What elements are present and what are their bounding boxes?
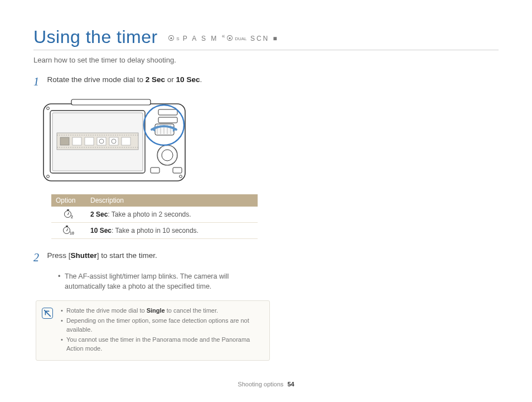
svg-rect-12 <box>109 137 118 145</box>
page-footer: Shooting options 54 <box>0 381 532 387</box>
step-number: 1 <box>33 75 45 88</box>
table-header-option: Option <box>51 194 86 207</box>
intro-text: Learn how to set the timer to delay shoo… <box>33 56 499 64</box>
options-table: Option Description 2 2 Sec: Take a photo… <box>51 194 258 239</box>
camera-s-icon: ⦿S <box>168 35 179 42</box>
note-box: Rotate the drive mode dial to Single to … <box>36 300 270 361</box>
timer-2s-icon: 2 <box>51 207 86 223</box>
content-column: 1 Rotate the drive mode dial to 2 Sec or… <box>33 75 279 361</box>
svg-point-16 <box>162 150 173 161</box>
timer-10s-icon: 10 <box>51 223 86 239</box>
list-item: Depending on the timer option, some face… <box>61 317 263 334</box>
mode-indicators: ⦿S P A S M «⦿DUAL SCN ■ <box>168 33 279 42</box>
list-item: The AF-assist light/timer lamp blinks. T… <box>58 272 259 291</box>
list-item: You cannot use the timer in the Panorama… <box>61 336 263 353</box>
step-2-bullets: The AF-assist light/timer lamp blinks. T… <box>58 272 279 291</box>
svg-rect-19 <box>173 168 182 173</box>
camera-illustration <box>40 96 279 188</box>
list-item: Rotate the drive mode dial to Single to … <box>61 307 263 315</box>
table-cell: 2 Sec: Take a photo in 2 seconds. <box>86 207 258 223</box>
table-cell: 10 Sec: Take a photo in 10 seconds. <box>86 223 258 239</box>
svg-point-32 <box>47 175 50 178</box>
svg-rect-14 <box>122 137 130 145</box>
title-divider <box>33 50 499 50</box>
svg-rect-9 <box>85 137 94 145</box>
svg-rect-8 <box>72 137 81 145</box>
page-number: 54 <box>287 381 294 387</box>
svg-point-33 <box>180 175 182 178</box>
table-row: 10 10 Sec: Take a photo in 10 seconds. <box>51 223 258 239</box>
step-text: Rotate the drive mode dial to 2 Sec or 1… <box>47 75 202 84</box>
dual-icon: «⦿DUAL <box>222 35 247 42</box>
svg-rect-18 <box>151 168 159 173</box>
svg-rect-20 <box>158 109 177 115</box>
svg-rect-10 <box>97 137 106 145</box>
step-text: Press [Shutter] to start the timer. <box>47 251 157 260</box>
svg-rect-1 <box>71 99 151 105</box>
footer-section: Shooting options <box>238 381 283 387</box>
step-2: 2 Press [Shutter] to start the timer. <box>33 251 279 264</box>
table-header-description: Description <box>86 194 258 207</box>
svg-rect-21 <box>158 117 177 123</box>
step-number: 2 <box>33 251 45 264</box>
page-title: Using the timer <box>33 27 158 47</box>
note-icon <box>42 308 53 319</box>
scn-label: SCN <box>250 35 269 42</box>
step-1: 1 Rotate the drive mode dial to 2 Sec or… <box>33 75 279 88</box>
movie-icon: ■ <box>273 35 279 42</box>
svg-point-31 <box>47 107 50 110</box>
table-row: 2 2 Sec: Take a photo in 2 seconds. <box>51 207 258 223</box>
mode-letters: P A S M <box>183 35 218 42</box>
svg-rect-7 <box>60 137 69 145</box>
